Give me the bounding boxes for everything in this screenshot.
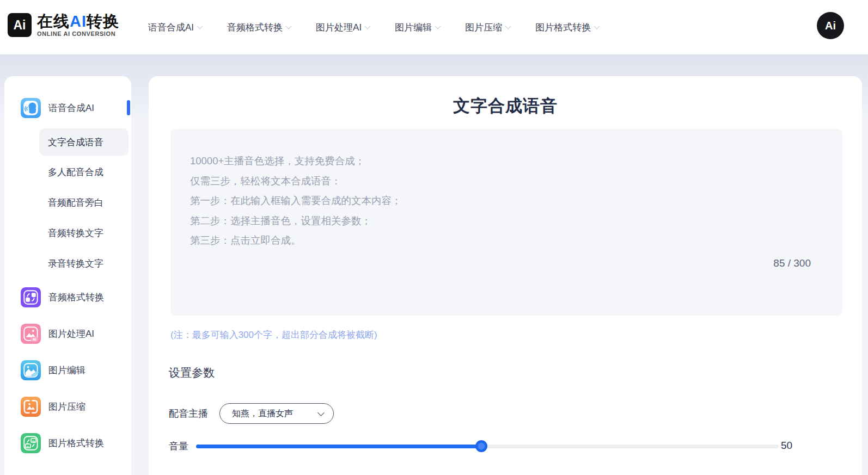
audio-format-convert-icon: [21, 287, 41, 307]
nav-item-image-ai[interactable]: 图片处理AI: [316, 21, 370, 34]
logo-ai-badge: Ai: [8, 13, 32, 37]
sidebar-item-label: 音频格式转换: [48, 291, 104, 304]
chevron-down-icon: [197, 23, 203, 29]
page-title: 文字合成语音: [149, 95, 862, 118]
volume-slider[interactable]: [196, 442, 779, 450]
sidebar-item-audio-format[interactable]: 音频格式转换: [4, 282, 131, 312]
sidebar-item-image-ai[interactable]: AI 图片处理AI: [4, 318, 131, 349]
image-format-convert-icon: [21, 433, 41, 453]
svg-text:AI: AI: [33, 337, 36, 341]
textarea-placeholder: 10000+主播音色选择，支持免费合成； 仅需三步，轻松将文本合成语音： 第一步…: [190, 151, 402, 251]
sidebar-item-image-compress[interactable]: 图片压缩: [4, 391, 131, 422]
nav-item-image-compress[interactable]: 图片压缩: [465, 21, 510, 34]
slider-thumb[interactable]: [475, 440, 487, 452]
voice-label: 配音主播: [169, 407, 208, 420]
chevron-down-icon: [285, 23, 291, 29]
volume-value: 50: [781, 440, 792, 452]
image-ai-icon: AI: [21, 324, 41, 344]
voice-anchor-row: 配音主播 知燕，直播女声: [149, 403, 862, 424]
image-compress-icon: [21, 397, 41, 417]
logo-subtitle: ONLINE AI CONVERSION: [37, 30, 119, 37]
active-indicator-bar: [127, 100, 130, 115]
text-input-area[interactable]: 10000+主播音色选择，支持免费合成； 仅需三步，轻松将文本合成语音： 第一步…: [170, 129, 842, 316]
sidebar-item-label: 语音合成AI: [48, 102, 94, 114]
sidebar-item-image-format[interactable]: 图片格式转换: [4, 428, 131, 458]
site-logo[interactable]: Ai 在线AI转换 ONLINE AI CONVERSION: [8, 13, 119, 37]
chevron-down-icon: [435, 23, 441, 29]
sidebar-subitem-multi-voice[interactable]: 多人配音合成: [48, 161, 103, 183]
chevron-down-icon: [505, 23, 511, 29]
sidebar-item-speech-ai[interactable]: 语音合成AI: [4, 92, 131, 123]
sidebar-item-label: 图片编辑: [48, 364, 85, 377]
sidebar: 语音合成AI 文字合成语音 多人配音合成 音频配音旁白 音频转换文字 录音转换文…: [4, 76, 131, 475]
nav-item-image-format[interactable]: 图片格式转换: [535, 21, 599, 34]
input-limit-note: (注：最多可输入300个字，超出部分合成将被截断): [170, 329, 377, 341]
sidebar-subitem-recording-to-text[interactable]: 录音转换文字: [48, 252, 103, 274]
nav-item-audio-format[interactable]: 音频格式转换: [227, 21, 291, 34]
chevron-down-icon: [364, 23, 370, 29]
nav-item-speech-ai[interactable]: 语音合成AI: [148, 21, 202, 34]
chevron-down-icon: [317, 409, 325, 416]
sidebar-item-label: 图片压缩: [48, 400, 85, 413]
volume-row: 音量 50: [149, 435, 862, 457]
sidebar-item-label: 图片格式转换: [48, 437, 104, 449]
params-section-title: 设置参数: [169, 365, 215, 380]
sidebar-subitem-audio-dubbing[interactable]: 音频配音旁白: [48, 192, 103, 213]
nav-item-image-edit[interactable]: 图片编辑: [395, 21, 440, 34]
sidebar-item-image-edit[interactable]: 图片编辑: [4, 355, 131, 385]
user-avatar[interactable]: Ai: [817, 12, 844, 39]
sidebar-item-label: 图片处理AI: [48, 328, 94, 340]
image-edit-icon: [21, 360, 41, 380]
main-nav: 语音合成AI 音频格式转换 图片处理AI 图片编辑 图片压缩 图片格式转换: [148, 0, 599, 54]
logo-title: 在线AI转换: [37, 13, 119, 29]
slider-fill: [196, 445, 481, 448]
voice-select-dropdown[interactable]: 知燕，直播女声: [219, 403, 334, 424]
volume-label: 音量: [169, 440, 188, 453]
voice-selected-value: 知燕，直播女声: [232, 408, 319, 420]
top-header: Ai 在线AI转换 ONLINE AI CONVERSION 语音合成AI 音频…: [0, 0, 868, 54]
logo-text-block: 在线AI转换 ONLINE AI CONVERSION: [37, 13, 119, 37]
char-counter: 85 / 300: [773, 257, 811, 269]
sidebar-subitem-audio-to-text[interactable]: 音频转换文字: [48, 222, 103, 244]
main-panel: 文字合成语音 10000+主播音色选择，支持免费合成； 仅需三步，轻松将文本合成…: [149, 76, 862, 475]
chevron-down-icon: [594, 23, 600, 29]
speech-synthesis-icon: [21, 98, 41, 118]
sidebar-subitem-text-to-speech[interactable]: 文字合成语音: [39, 128, 129, 156]
